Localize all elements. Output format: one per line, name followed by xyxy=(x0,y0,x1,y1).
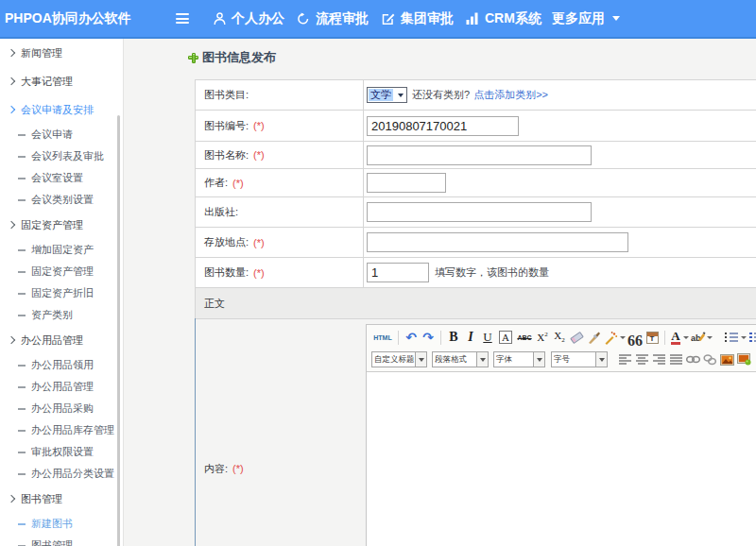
align-right-button[interactable] xyxy=(650,351,667,368)
eraser-icon[interactable] xyxy=(568,329,585,346)
user-icon xyxy=(214,12,226,26)
app-window: PHPOA协同办公软件 个人办公 流程审批 集团审批 CRM系统 xyxy=(0,0,756,546)
magic-format-icon[interactable] xyxy=(602,329,619,346)
required-star: (*) xyxy=(253,237,265,248)
sidebar-item-meeting-room[interactable]: 会议室设置 xyxy=(0,167,123,189)
sidebar-group-meetings[interactable]: 会议申请及安排 xyxy=(0,95,123,124)
dropdown-caret-icon[interactable] xyxy=(682,329,690,346)
sidebar-item-book-new[interactable]: 新建图书 xyxy=(0,513,123,535)
chevron-right-icon xyxy=(8,106,15,113)
blockquote-button[interactable]: 66 xyxy=(627,329,644,346)
glyph: 66 xyxy=(627,337,643,345)
book-name-input[interactable] xyxy=(367,145,592,165)
insert-media-button[interactable] xyxy=(735,351,752,368)
field-label: 图书编号: xyxy=(204,119,249,133)
strikethrough-button[interactable]: ABC xyxy=(515,329,534,346)
field-label: 作者: xyxy=(204,176,228,190)
italic-button[interactable]: I xyxy=(462,329,479,346)
sidebar-item-meeting-list[interactable]: 会议列表及审批 xyxy=(0,145,123,167)
font-size-select[interactable]: 字号 xyxy=(551,351,608,367)
section-header-body: 正文 xyxy=(196,288,756,319)
sidebar-item-approval-permission[interactable]: 审批权限设置 xyxy=(0,441,123,463)
author-input[interactable] xyxy=(367,173,446,193)
redo-button[interactable]: ↷ xyxy=(420,329,437,346)
chevron-right-icon xyxy=(8,49,15,57)
glyph: A xyxy=(499,331,512,344)
sidebar-group-events[interactable]: 大事记管理 xyxy=(0,67,123,95)
bold-button[interactable]: B xyxy=(445,329,462,346)
source-code-button[interactable]: HTML xyxy=(371,329,394,346)
book-number-input[interactable] xyxy=(367,116,519,136)
quantity-helper-text: 填写数字，该图书的数量 xyxy=(435,265,549,280)
sidebar-item-asset-add[interactable]: 增加固定资产 xyxy=(0,239,123,261)
subscript-button[interactable]: X2 xyxy=(551,329,568,346)
paragraph-format-select[interactable]: 段落格式 xyxy=(432,351,489,367)
highlight-color-button[interactable]: ab xyxy=(690,329,706,346)
dash-icon xyxy=(18,408,26,410)
superscript-button[interactable]: X2 xyxy=(534,329,551,346)
sidebar-scrollbar[interactable] xyxy=(117,115,120,546)
glyph: ↷ xyxy=(422,331,434,344)
form-row-book-name: 图书名称:(*) xyxy=(196,142,756,169)
ordered-list-button[interactable] xyxy=(723,329,740,346)
sidebar-group-news[interactable]: 新闻管理 xyxy=(0,39,123,67)
dash-icon xyxy=(18,386,26,388)
category-select[interactable]: 文学 xyxy=(367,87,407,103)
menu-toggle-icon[interactable] xyxy=(176,13,189,25)
sidebar-item-book-manage[interactable]: 图书管理 xyxy=(0,535,123,546)
dash-icon xyxy=(18,452,26,453)
sidebar-item-asset-depreciation[interactable]: 固定资产折旧 xyxy=(0,282,123,304)
align-justify-button[interactable] xyxy=(667,351,684,368)
anchor-image-button[interactable]: T xyxy=(644,329,661,346)
add-category-link[interactable]: 点击添加类别>> xyxy=(473,88,548,102)
sidebar-group-assets[interactable]: 固定资产管理 xyxy=(0,211,123,239)
undo-button[interactable]: ↶ xyxy=(403,329,420,346)
quantity-input[interactable] xyxy=(367,263,429,282)
sidebar-item-meeting-category[interactable]: 会议类别设置 xyxy=(0,189,123,211)
top-navbar: PHPOA协同办公软件 个人办公 流程审批 集团审批 CRM系统 xyxy=(0,0,756,39)
chevron-right-icon xyxy=(8,495,15,503)
required-star: (*) xyxy=(253,120,265,131)
font-color-button[interactable]: A xyxy=(669,329,682,346)
align-center-button[interactable] xyxy=(633,351,650,368)
dropdown-caret-icon[interactable] xyxy=(619,329,627,346)
required-star: (*) xyxy=(253,267,265,279)
location-input[interactable] xyxy=(367,232,628,252)
field-label: 存放地点: xyxy=(204,235,249,249)
underline-button[interactable]: U xyxy=(479,329,496,346)
nav-process-approval[interactable]: 流程审批 xyxy=(297,0,369,37)
sidebar-item-asset-category[interactable]: 资产类别 xyxy=(0,304,123,326)
sidebar-group-supplies[interactable]: 办公用品管理 xyxy=(0,326,123,354)
dash-icon xyxy=(18,178,26,179)
sidebar-item-supplies-use[interactable]: 办公用品领用 xyxy=(0,354,123,376)
nav-group-approval[interactable]: 集团审批 xyxy=(382,0,454,37)
sidebar-group-books[interactable]: 图书管理 xyxy=(0,485,123,513)
font-family-select[interactable]: 字体 xyxy=(493,351,545,367)
unordered-list-button[interactable] xyxy=(747,329,756,346)
dash-icon xyxy=(18,249,26,251)
nav-personal-office[interactable]: 个人办公 xyxy=(214,0,284,37)
format-brush-icon[interactable] xyxy=(585,329,602,346)
nav-more-apps[interactable]: 更多应用 xyxy=(552,0,620,37)
sidebar-item-supplies-category[interactable]: 办公用品分类设置 xyxy=(0,463,123,485)
insert-link-button[interactable] xyxy=(684,351,701,368)
field-label: 出版社: xyxy=(204,205,238,219)
align-left-button[interactable] xyxy=(616,351,633,368)
dropdown-caret-icon[interactable] xyxy=(706,329,713,346)
add-plus-icon xyxy=(188,53,198,63)
sidebar-item-supplies-stock[interactable]: 办公用品库存管理 xyxy=(0,419,123,441)
font-style-button[interactable]: A xyxy=(496,329,515,346)
insert-image-button[interactable] xyxy=(718,351,735,368)
chevron-right-icon xyxy=(8,336,15,344)
editor-content-area[interactable] xyxy=(367,372,756,546)
nav-crm-system[interactable]: CRM系统 xyxy=(466,0,541,37)
sidebar-item-supplies-manage[interactable]: 办公用品管理 xyxy=(0,376,123,398)
sidebar-item-asset-manage[interactable]: 固定资产管理 xyxy=(0,261,123,282)
sidebar-item-meeting-apply[interactable]: 会议申请 xyxy=(0,124,123,145)
field-label: 图书类目: xyxy=(204,88,249,102)
publisher-input[interactable] xyxy=(367,202,592,222)
heading-select[interactable]: 自定义标题 xyxy=(371,351,427,367)
unlink-button[interactable] xyxy=(701,351,718,368)
dropdown-caret-icon[interactable] xyxy=(740,329,747,346)
sidebar-item-supplies-purchase[interactable]: 办公用品采购 xyxy=(0,398,123,419)
